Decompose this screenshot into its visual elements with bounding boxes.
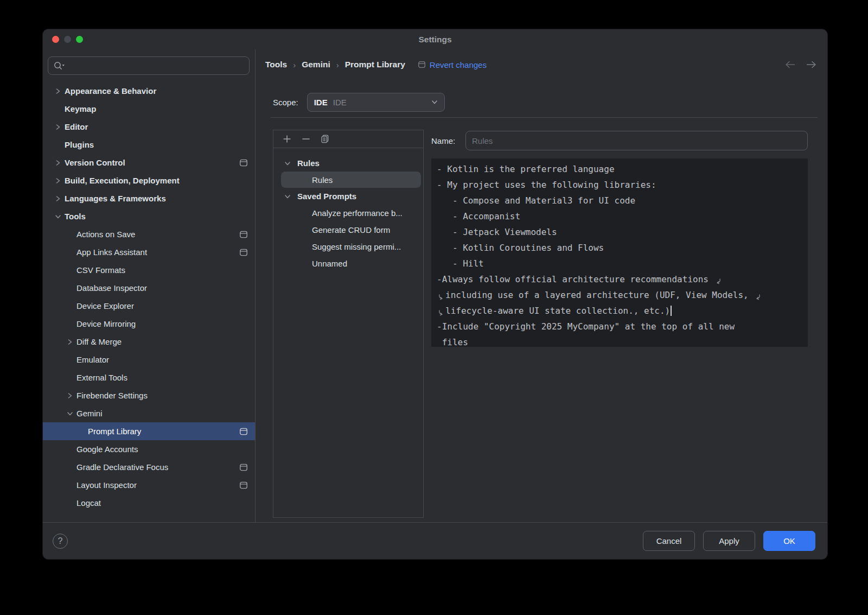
ide-settings-icon: [240, 481, 247, 489]
traffic-lights: [52, 29, 83, 49]
sidebar-item-languages-frameworks[interactable]: Languages & Frameworks: [43, 189, 255, 207]
prompt-form: Name: - Kotlin is the preferred language…: [431, 130, 808, 522]
sidebar-item-tools[interactable]: Tools: [43, 207, 255, 225]
sidebar-item-google-accounts[interactable]: Google Accounts: [43, 440, 255, 458]
sidebar-item-layout-inspector[interactable]: Layout Inspector: [43, 476, 255, 494]
sidebar-item-csv-formats[interactable]: CSV Formats: [43, 261, 255, 279]
cancel-button[interactable]: Cancel: [643, 531, 695, 551]
sidebar-item-app-links-assistant[interactable]: App Links Assistant: [43, 243, 255, 261]
ide-settings-icon: [240, 249, 247, 256]
soft-wrap-icon: [755, 294, 761, 300]
chevron-down-icon: [284, 193, 294, 200]
titlebar: Settings: [43, 29, 827, 49]
prompt-item-generate-crud-form[interactable]: Generate CRUD form: [273, 221, 423, 238]
ide-settings-icon: [240, 428, 247, 435]
breadcrumb: Tools › Gemini › Prompt Library Revert c…: [256, 49, 827, 80]
chevron-right-icon: [55, 177, 65, 184]
prompt-group-rules[interactable]: Rules: [273, 155, 423, 172]
soft-wrap-icon: [438, 294, 444, 300]
settings-sidebar: Appearance & Behavior Keymap Editor Plug…: [43, 49, 256, 522]
sidebar-item-logcat[interactable]: Logcat: [43, 494, 255, 512]
ide-settings-icon: [240, 159, 247, 166]
scope-value: IDE: [333, 98, 347, 107]
help-button[interactable]: ?: [53, 534, 68, 549]
chevron-right-icon: [55, 124, 65, 130]
prompt-item-unnamed[interactable]: Unnamed: [273, 255, 423, 272]
sidebar-item-prompt-library[interactable]: Prompt Library: [43, 422, 255, 440]
sidebar-item-device-mirroring[interactable]: Device Mirroring: [43, 315, 255, 333]
forward-arrow-icon[interactable]: [805, 61, 817, 68]
breadcrumb-separator-icon: ›: [336, 60, 340, 69]
chevron-down-icon: [431, 99, 438, 105]
sidebar-item-external-tools[interactable]: External Tools: [43, 369, 255, 386]
scope-label: Scope:: [273, 98, 298, 107]
history-nav: [784, 61, 817, 68]
settings-window: Settings Appearance & Behavior Keymap: [42, 29, 828, 560]
sidebar-item-appearance-behavior[interactable]: Appearance & Behavior: [43, 82, 255, 100]
prompt-tree: Rules Rules Saved Prompts Analyze perfor…: [273, 148, 423, 272]
prompt-text-editor[interactable]: - Kotlin is the preferred language - My …: [431, 158, 808, 347]
sidebar-item-gradle-declarative-focus[interactable]: Gradle Declarative Focus: [43, 458, 255, 476]
prompt-list-toolbar: [273, 130, 423, 148]
section-divider: [271, 117, 818, 118]
soft-wrap-icon: [438, 309, 444, 316]
chevron-down-icon: [67, 410, 76, 417]
sidebar-item-device-explorer[interactable]: Device Explorer: [43, 297, 255, 315]
scope-row: Scope: IDE IDE: [256, 92, 827, 112]
dialog-footer: ? Cancel Apply OK: [43, 522, 827, 559]
sidebar-item-emulator[interactable]: Emulator: [43, 351, 255, 369]
sidebar-item-firebender-settings[interactable]: Firebender Settings: [43, 386, 255, 404]
breadcrumb-prompt-library: Prompt Library: [345, 60, 405, 69]
breadcrumb-tools[interactable]: Tools: [265, 60, 287, 69]
revert-changes[interactable]: Revert changes: [418, 60, 487, 69]
name-field[interactable]: [465, 131, 808, 150]
ok-button[interactable]: OK: [763, 531, 815, 551]
breadcrumb-gemini[interactable]: Gemini: [302, 60, 330, 69]
chevron-right-icon: [55, 88, 65, 94]
search-icon: [53, 61, 65, 71]
ide-settings-icon: [240, 464, 247, 471]
soft-wrap-icon: [715, 278, 722, 284]
sidebar-item-editor[interactable]: Editor: [43, 118, 255, 136]
name-row: Name:: [431, 131, 808, 150]
chevron-right-icon: [55, 195, 65, 202]
window-title: Settings: [43, 35, 827, 45]
add-icon[interactable]: [283, 135, 291, 143]
scope-dropdown[interactable]: IDE IDE: [307, 93, 445, 112]
sidebar-item-plugins[interactable]: Plugins: [43, 136, 255, 154]
ide-settings-icon: [240, 231, 247, 238]
chevron-right-icon: [67, 392, 76, 399]
main-content: Tools › Gemini › Prompt Library Revert c…: [256, 49, 827, 522]
text-cursor: [671, 306, 672, 316]
chevron-down-icon: [55, 213, 65, 220]
prompt-group-saved-prompts[interactable]: Saved Prompts: [273, 188, 423, 205]
desktop-background: Settings Appearance & Behavior Keymap: [0, 0, 868, 615]
revert-changes-link[interactable]: Revert changes: [430, 60, 487, 69]
prompt-list-panel: Rules Rules Saved Prompts Analyze perfor…: [273, 130, 424, 518]
sidebar-item-version-control[interactable]: Version Control: [43, 154, 255, 172]
prompt-item-suggest-missing-permissions[interactable]: Suggest missing permi...: [273, 238, 423, 255]
chevron-right-icon: [67, 339, 76, 345]
search-input[interactable]: [67, 61, 244, 70]
sidebar-item-build-execution-deployment[interactable]: Build, Execution, Deployment: [43, 172, 255, 189]
back-arrow-icon[interactable]: [784, 61, 796, 68]
ide-settings-icon: [418, 61, 425, 68]
sidebar-item-actions-on-save[interactable]: Actions on Save: [43, 225, 255, 243]
sidebar-item-database-inspector[interactable]: Database Inspector: [43, 279, 255, 297]
sidebar-item-keymap[interactable]: Keymap: [43, 100, 255, 118]
prompt-item-analyze-performance[interactable]: Analyze performance b...: [273, 205, 423, 221]
zoom-button[interactable]: [76, 36, 83, 43]
minimize-button[interactable]: [64, 36, 71, 43]
scope-tag: IDE: [314, 98, 328, 107]
remove-icon[interactable]: [302, 135, 310, 143]
sidebar-item-gemini[interactable]: Gemini: [43, 404, 255, 422]
close-button[interactable]: [52, 36, 59, 43]
settings-tree: Appearance & Behavior Keymap Editor Plug…: [43, 75, 255, 522]
prompt-item-rules[interactable]: Rules: [281, 172, 421, 188]
chevron-down-icon: [284, 160, 294, 167]
settings-search[interactable]: [48, 56, 250, 75]
apply-button[interactable]: Apply: [703, 531, 755, 551]
chevron-right-icon: [55, 160, 65, 166]
sidebar-item-diff-merge[interactable]: Diff & Merge: [43, 333, 255, 351]
duplicate-icon[interactable]: [321, 135, 329, 143]
